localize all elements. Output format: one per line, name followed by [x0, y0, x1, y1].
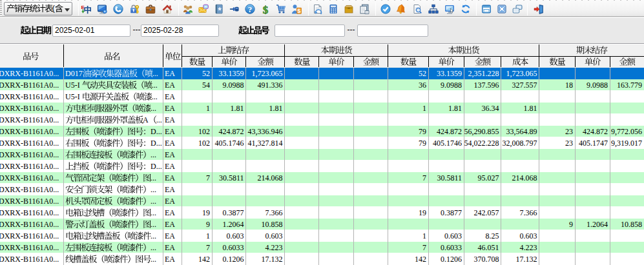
svg-text:$: $	[297, 7, 301, 14]
svg-text:?: ?	[248, 5, 253, 14]
svg-text:$: $	[263, 4, 269, 14]
